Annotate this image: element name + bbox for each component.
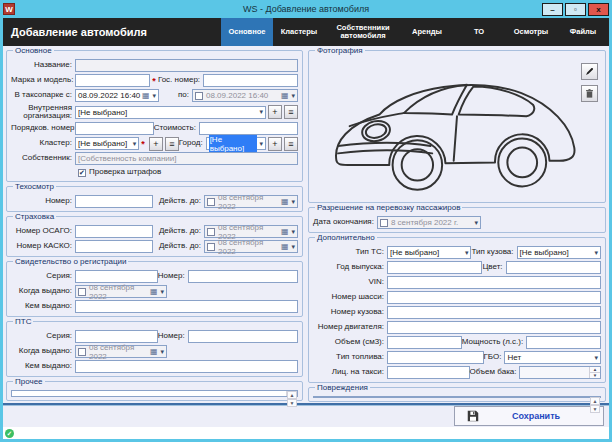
vin-field[interactable] [387,276,601,289]
reg-issued-date-checkbox[interactable] [78,288,86,296]
fines-checkbox-label: Проверка штрафов [89,168,164,177]
chassis-number-field[interactable] [387,291,601,304]
scroll-up-icon[interactable]: ▲ [287,391,297,399]
pts-series-field[interactable] [75,330,158,343]
osago-valid-until-datepicker[interactable]: 08 сентября 2022 ▦ ▾ [204,225,298,238]
close-button[interactable]: x [588,3,609,16]
calendar-icon: ▦ [281,242,289,251]
internal-org-value: [Не выбрано] [78,108,127,117]
order-number-field[interactable] [75,122,154,135]
reg-issued-by-field[interactable] [75,300,298,313]
reg-issued-date-datepicker[interactable]: 08 сентября 2022 ▦ ▾ [75,285,167,298]
fleet-from-datepicker[interactable]: 08.09.2022 16:40 ▦ ▾ [75,89,159,102]
fuel-type-field[interactable] [387,351,484,364]
photo-area [313,59,601,199]
tank-volume-spinner[interactable]: ▲ ▼ [519,366,601,379]
power-field[interactable] [526,336,601,349]
osago-valid-until-checkbox[interactable] [207,228,215,236]
internal-org-combo[interactable]: [Не выбрано] ▾ [75,106,266,119]
tab-osmotry[interactable]: Осмотры [505,18,557,46]
tech-valid-until-checkbox[interactable] [207,198,215,206]
permit-end-datepicker[interactable]: 8 сентября 2022 г. ▾ [377,216,481,229]
tab-arendy[interactable]: Аренды [401,18,453,46]
spinner-down-icon[interactable]: ▼ [590,372,600,378]
permit-end-date-checkbox[interactable] [380,219,388,227]
maximize-button[interactable]: ▫ [565,3,586,16]
pts-number-field[interactable] [188,330,298,343]
header-bar: Добавление автомобиля Основное Кластеры … [3,18,609,46]
photo-delete-button[interactable] [581,85,598,102]
fleet-to-checkbox[interactable] [195,92,203,100]
city-combo[interactable]: [Не выбрано] ▾ [206,137,266,150]
body-number-label: Номер кузова: [313,308,387,317]
pts-issued-date-datepicker[interactable]: 08 сентября 2022 ▦ ▾ [75,345,167,358]
car-line-drawing [323,65,591,193]
fines-checkbox[interactable]: ✔ [78,169,86,177]
city-add-button[interactable]: + [268,137,282,151]
name-label: Название: [11,61,75,70]
title-bar[interactable]: WS - Добавление автомобиля W – ▫ x [0,0,612,18]
scroll-down-icon[interactable]: ▼ [287,399,297,407]
tab-faily[interactable]: Файлы [557,18,609,46]
plate-field[interactable] [203,74,298,87]
tab-klastery[interactable]: Кластеры [273,18,325,46]
year-field[interactable] [387,261,482,274]
pts-issued-by-field[interactable] [75,360,298,373]
internal-org-list-button[interactable]: ≡ [284,105,298,119]
minimize-button[interactable]: – [542,3,563,16]
tech-valid-until-datepicker[interactable]: 08 сентября 2022 ▦ ▾ [204,195,298,208]
brand-model-field[interactable] [75,74,150,87]
kasko-valid-until-checkbox[interactable] [207,243,215,251]
save-button[interactable]: Сохранить [454,406,604,426]
vehicle-type-value: [Не выбрано] [390,248,439,257]
cost-field[interactable] [199,122,298,135]
osago-number-field[interactable] [75,225,153,238]
group-osnovnoe-legend: Основное [13,46,54,55]
reg-series-field[interactable] [75,270,158,283]
dropdown-arrow-icon: ▾ [289,198,295,206]
tab-to[interactable]: ТО [453,18,505,46]
group-photo-legend: Фотография [315,46,365,55]
reg-number-field[interactable] [188,270,298,283]
pts-issued-date-value: 08 сентября 2022 [89,343,150,361]
body-type-combo[interactable]: [Не выбрано] ▾ [517,246,601,259]
tab-osnovnoe[interactable]: Основное [221,18,273,46]
status-bar: ✓ [3,427,609,439]
kasko-valid-until-value: 08 сентября 2022 [218,238,281,256]
cluster-list-button[interactable]: ≡ [165,137,179,151]
scroll-down-icon[interactable]: ▼ [590,405,600,413]
other-textarea[interactable]: ▲ ▼ [11,390,298,397]
calendar-icon: ▦ [281,197,289,206]
tank-volume-label: Объем бака: [470,368,520,377]
color-field[interactable] [506,261,601,274]
kasko-number-field[interactable] [75,240,153,253]
engine-volume-field[interactable] [387,336,462,349]
body-number-field[interactable] [387,306,601,319]
photo-edit-button[interactable] [581,63,598,80]
cluster-add-button[interactable]: + [149,137,163,151]
fleet-to-datepicker[interactable]: 08.09.2022 16:40 ▦ ▾ [192,89,298,102]
cluster-combo[interactable]: [Не выбрано] ▾ [75,137,139,150]
other-scrollbar[interactable]: ▲ ▼ [286,391,297,396]
vehicle-type-combo[interactable]: [Не выбрано] ▾ [387,246,471,259]
pts-issued-date-checkbox[interactable] [78,348,86,356]
city-list-button[interactable]: ≡ [284,137,298,151]
internal-org-add-button[interactable]: + [268,105,282,119]
chassis-number-label: Номер шасси: [313,293,387,302]
scroll-up-icon[interactable]: ▲ [590,397,600,405]
year-label: Год выпуска: [313,263,387,272]
tab-sobstvenniki[interactable]: Собственники автомобиля [325,18,401,46]
tech-number-label: Номер: [11,197,75,206]
dropdown-arrow-icon: ▾ [158,348,164,356]
tech-number-field[interactable] [75,195,153,208]
engine-number-field[interactable] [387,321,601,334]
pts-issued-when-label: Когда выдано: [11,347,75,356]
owner-label: Собственник: [11,154,75,163]
tab-bar: Основное Кластеры Собственники автомобил… [221,18,609,46]
gbo-combo[interactable]: Нет ▾ [504,351,601,364]
calendar-icon: ▦ [281,227,289,236]
kasko-number-label: Номер КАСКО: [11,242,75,251]
damages-textarea[interactable]: ▲ ▼ [313,396,601,398]
kasko-valid-until-datepicker[interactable]: 08 сентября 2022 ▦ ▾ [204,240,298,253]
taxi-license-field[interactable] [387,366,470,379]
